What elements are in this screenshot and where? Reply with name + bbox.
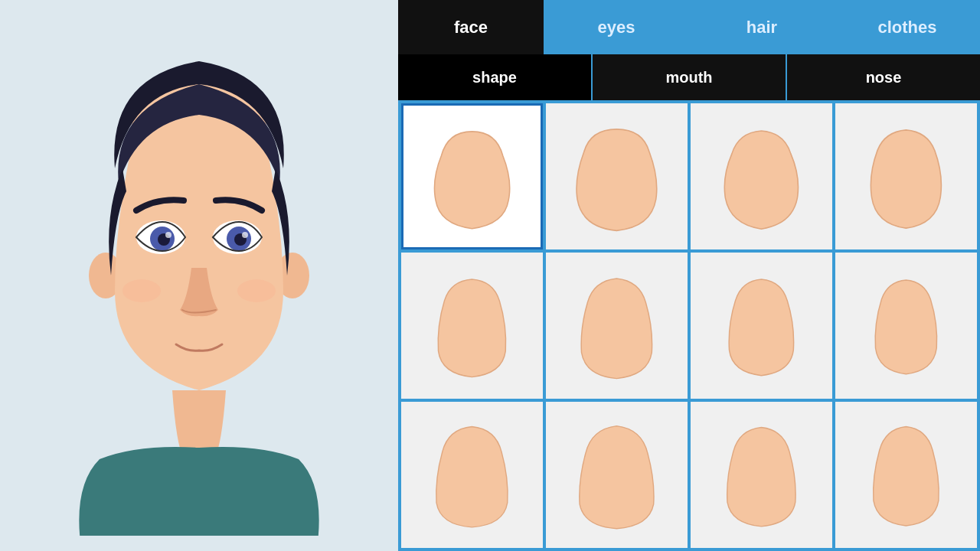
- face-shape-6[interactable]: [546, 253, 688, 399]
- tab-clothes[interactable]: clothes: [835, 0, 980, 54]
- svg-point-8: [165, 232, 172, 238]
- face-shape-1[interactable]: [401, 103, 543, 249]
- tab-face[interactable]: face: [398, 0, 544, 54]
- avatar-panel: [0, 0, 398, 551]
- face-shape-2[interactable]: [546, 103, 688, 249]
- sub-tabs: shape mouth nose: [398, 54, 980, 100]
- face-shape-10[interactable]: [546, 402, 688, 548]
- svg-point-11: [237, 279, 276, 302]
- svg-point-9: [242, 232, 248, 238]
- svg-point-10: [122, 279, 161, 302]
- subtab-shape[interactable]: shape: [398, 54, 593, 100]
- face-shape-5[interactable]: [401, 253, 543, 399]
- subtab-mouth[interactable]: mouth: [593, 54, 787, 100]
- right-panel: face eyes hair clothes shape mouth nose: [398, 0, 980, 551]
- face-shape-9[interactable]: [401, 402, 543, 548]
- face-shape-11[interactable]: [691, 402, 832, 548]
- face-shape-3[interactable]: [691, 103, 832, 249]
- face-shape-12[interactable]: [835, 402, 977, 548]
- top-tabs: face eyes hair clothes: [398, 0, 980, 54]
- face-grid: [398, 100, 980, 551]
- face-shape-4[interactable]: [835, 103, 977, 249]
- avatar-svg: [23, 15, 375, 536]
- face-shape-7[interactable]: [691, 253, 832, 399]
- subtab-nose[interactable]: nose: [787, 54, 980, 100]
- tab-hair[interactable]: hair: [689, 0, 835, 54]
- tab-eyes[interactable]: eyes: [544, 0, 689, 54]
- face-shape-8[interactable]: [835, 253, 977, 399]
